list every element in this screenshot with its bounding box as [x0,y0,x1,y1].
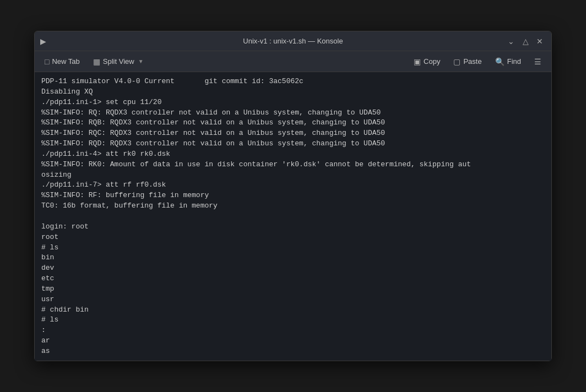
hamburger-icon: ☰ [534,57,541,66]
toolbar: □ New Tab ▦ Split View ▼ ▣ Copy ▢ Paste … [35,51,551,72]
find-button[interactable]: 🔍 Find [490,54,527,69]
window-title: Unix-v1 : unix-v1.sh — Konsole [243,37,343,45]
minimize-button[interactable]: ⌄ [505,35,517,47]
new-tab-label: New Tab [52,57,79,66]
close-button[interactable]: ✕ [534,35,546,47]
copy-label: Copy [424,57,440,66]
paste-icon: ▢ [453,57,460,66]
copy-button[interactable]: ▣ Copy [408,54,446,69]
new-tab-button[interactable]: □ New Tab [39,54,85,69]
terminal-area: PDP-11 simulator V4.0-0 Current git comm… [35,72,551,361]
titlebar-controls: ⌄ △ ✕ [505,35,546,47]
konsole-window: ▶ Unix-v1 : unix-v1.sh — Konsole ⌄ △ ✕ □… [34,31,552,361]
split-view-label: Split View [103,57,134,66]
split-view-arrow-icon: ▼ [138,58,144,64]
copy-icon: ▣ [414,57,421,66]
titlebar-left: ▶ [40,37,50,46]
paste-button[interactable]: ▢ Paste [448,54,487,69]
new-tab-icon: □ [45,57,49,66]
paste-label: Paste [463,57,481,66]
menu-button[interactable]: ☰ [529,54,547,69]
find-label: Find [507,57,521,66]
maximize-button[interactable]: △ [519,35,531,47]
split-view-button[interactable]: ▦ Split View ▼ [88,54,149,69]
split-view-icon: ▦ [93,57,100,66]
terminal-icon: ▶ [40,37,46,46]
terminal-output[interactable]: PDP-11 simulator V4.0-0 Current git comm… [35,72,551,361]
titlebar: ▶ Unix-v1 : unix-v1.sh — Konsole ⌄ △ ✕ [35,31,551,51]
find-icon: 🔍 [495,57,504,66]
